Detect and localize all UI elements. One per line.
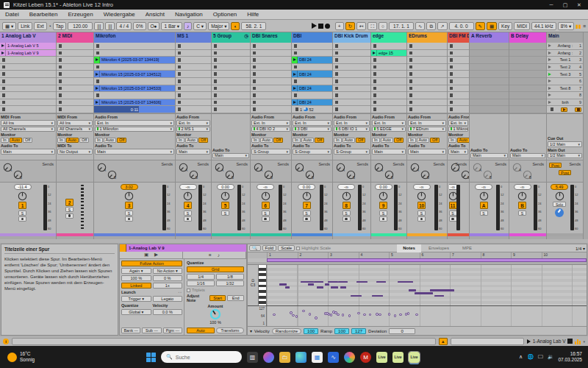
midi-note[interactable] <box>434 295 443 297</box>
empty-clip-slot[interactable] <box>292 92 332 99</box>
solo-button[interactable]: S <box>343 210 351 216</box>
pan-knob[interactable] <box>417 191 426 201</box>
midi-note[interactable] <box>398 281 413 283</box>
empty-clip-slot[interactable] <box>212 50 250 57</box>
info-toggle-icon[interactable]: i <box>3 339 9 344</box>
taskbar-search[interactable]: 🔍 Suche <box>161 351 242 363</box>
empty-clip-slot[interactable] <box>176 71 211 78</box>
routing-chooser[interactable]: 1 Mikrofon▾ <box>95 127 174 132</box>
empty-clip-slot[interactable] <box>333 43 370 50</box>
amount-value[interactable]: 100 % <box>209 320 221 325</box>
velocity-marker[interactable] <box>315 316 318 319</box>
midi-note[interactable] <box>338 281 347 283</box>
task-view-icon[interactable]: ▥ <box>247 352 258 363</box>
track-header[interactable]: 1 Analog Lab V <box>0 32 56 43</box>
empty-clip-slot[interactable] <box>212 71 250 78</box>
routing-chooser[interactable]: 3 DBI▾ <box>293 127 331 132</box>
routing-chooser[interactable]: Main▾ <box>470 153 508 159</box>
routing-chooser[interactable]: 1/2 Main▾ <box>548 153 582 159</box>
monitor-off-button[interactable]: Off <box>315 138 324 143</box>
routing-chooser[interactable]: S-Group▾ <box>251 149 290 155</box>
monitor-auto-button[interactable]: Auto <box>301 138 314 143</box>
empty-clip-slot[interactable] <box>251 92 291 99</box>
clip-launch-button[interactable] <box>371 50 377 57</box>
velocity-marker[interactable] <box>309 313 312 316</box>
empty-clip-slot[interactable] <box>333 78 370 85</box>
clip-launch-button[interactable] <box>94 71 100 77</box>
scale-note-icon[interactable]: ♪ <box>184 22 192 30</box>
empty-clip-slot[interactable] <box>251 99 291 107</box>
scene-play-icon[interactable] <box>548 52 551 54</box>
scene-slot[interactable]: 6 <box>547 78 583 85</box>
maximize-button[interactable]: ▢ <box>560 2 570 8</box>
push-status-box[interactable]: ▦ ▾ <box>2 22 16 30</box>
monitor-auto-button[interactable]: Auto <box>381 138 393 143</box>
empty-clip-slot[interactable] <box>176 78 211 85</box>
routing-chooser[interactable]: Ext. In▾ <box>372 120 406 126</box>
routing-chooser[interactable]: All Channels▾ <box>1 127 55 132</box>
back-to-arrangement-cell[interactable] <box>561 107 567 112</box>
tray-expand-icon[interactable]: ∧ <box>519 354 523 360</box>
sub-field[interactable]: Sub --- <box>142 328 161 333</box>
monitor-off-button[interactable]: Off <box>117 138 126 143</box>
track-activator[interactable]: A <box>480 202 488 209</box>
clip-slot[interactable]: Mikrofon 15 [2025-03-07 134512] <box>94 71 175 78</box>
pgm-field[interactable]: Pgm --- <box>163 328 182 333</box>
menu-navigation[interactable]: Navigation <box>170 11 208 18</box>
empty-clip-slot[interactable] <box>176 50 211 57</box>
routing-chooser[interactable]: 4 DBI IO 2▾ <box>251 127 290 132</box>
empty-clip-slot[interactable] <box>176 99 211 107</box>
ext-button[interactable]: Ext <box>34 22 46 30</box>
empty-clip-slot[interactable] <box>448 78 469 85</box>
routing-chooser[interactable]: Main▾ <box>448 149 468 155</box>
back-to-arrangement-button[interactable]: ↤ <box>356 22 366 30</box>
midi-note[interactable] <box>308 283 314 286</box>
live-app-icon-1[interactable]: Live <box>376 352 387 363</box>
velocity-marker[interactable] <box>399 314 402 316</box>
pan-knob[interactable] <box>261 191 270 201</box>
empty-clip-slot[interactable] <box>448 57 469 64</box>
monitor-in-button[interactable]: In <box>372 138 380 143</box>
velocity-marker[interactable] <box>363 314 366 316</box>
scene-play-icon[interactable] <box>548 101 551 104</box>
monitor-off-button[interactable]: Off <box>23 138 32 143</box>
track-header[interactable]: Mikrofon <box>94 32 175 43</box>
routing-chooser[interactable]: 5 EDGE▾ <box>372 127 406 132</box>
volume-field[interactable]: -∞ <box>449 184 456 190</box>
monitor-off-button[interactable]: Off <box>430 138 440 143</box>
monitor-in-button[interactable]: In <box>176 138 184 143</box>
groove-amount-field[interactable]: 0% <box>133 22 146 30</box>
empty-clip-slot[interactable] <box>333 71 370 78</box>
arm-button[interactable] <box>65 213 74 219</box>
monitor-off-button[interactable]: Off <box>198 138 208 143</box>
scene-play-icon[interactable] <box>548 66 551 68</box>
empty-clip-slot[interactable] <box>251 71 291 78</box>
arrangement-position-field[interactable]: 58. 2. 1 <box>241 22 266 30</box>
menu-optionen[interactable]: Optionen <box>208 11 242 18</box>
clip-launch-button[interactable] <box>94 99 100 106</box>
empty-clip-slot[interactable] <box>448 50 469 57</box>
monitor-off-button[interactable]: Off <box>394 138 404 143</box>
monitor-in-button[interactable]: In <box>408 138 416 143</box>
key-scale-menu[interactable]: Major ▾ <box>208 22 229 30</box>
empty-clip-slot[interactable] <box>176 57 211 64</box>
empty-clip-slot[interactable] <box>94 64 175 71</box>
monitor-auto-button[interactable]: Auto <box>10 138 22 143</box>
link-button[interactable]: Link <box>18 22 32 30</box>
loop-switch[interactable]: ○ <box>379 22 387 30</box>
monitor-in-button[interactable]: In <box>95 138 103 143</box>
clip-launch-button[interactable] <box>0 50 6 57</box>
store-icon[interactable]: ▦ <box>312 352 323 363</box>
track-header[interactable]: MS 1 <box>176 32 211 43</box>
empty-clip-slot[interactable] <box>251 50 291 57</box>
clip-launch-button[interactable] <box>94 85 100 92</box>
loop-start-field[interactable]: 17. 1. 1 <box>389 22 414 30</box>
loop-button[interactable]: ⧉ <box>426 22 436 30</box>
empty-clip-slot[interactable] <box>176 85 211 93</box>
empty-clip-slot[interactable] <box>448 92 469 99</box>
velocity-amount-field[interactable]: 0.0 % <box>153 309 183 315</box>
velocity-marker[interactable] <box>369 314 372 316</box>
empty-clip-slot[interactable] <box>292 78 332 85</box>
midi-note[interactable] <box>301 281 315 283</box>
clip-launch-button[interactable] <box>292 99 298 106</box>
